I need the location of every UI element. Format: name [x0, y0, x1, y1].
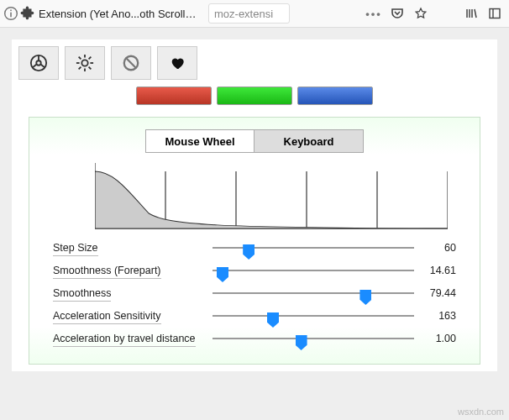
slider-row: Acceleration by travel distance1.00: [53, 333, 456, 347]
bookmark-star-icon[interactable]: [410, 3, 432, 24]
watermark: wsxdn.com: [458, 407, 504, 417]
library-icon[interactable]: [460, 3, 482, 24]
svg-point-7: [81, 60, 87, 66]
slider-value: 163: [414, 310, 456, 322]
color-row: [18, 87, 491, 105]
top-icon-row: [18, 46, 491, 80]
forbidden-icon-button[interactable]: [111, 46, 151, 80]
slider-row: Acceleration Sensitivity163: [53, 310, 456, 324]
svg-line-13: [89, 67, 92, 70]
extension-panel: Mouse Wheel Keyboard Step Size60Smoothne…: [12, 39, 497, 371]
slider-thumb[interactable]: [243, 244, 254, 260]
svg-rect-3: [490, 9, 500, 18]
slider-thumb[interactable]: [267, 312, 279, 328]
svg-rect-2: [10, 10, 12, 12]
slider-thumb[interactable]: [217, 267, 228, 282]
settings-tabs: Mouse Wheel Keyboard: [53, 129, 456, 153]
slider-track[interactable]: [213, 242, 414, 249]
slider-value: 1.00: [414, 333, 456, 344]
info-icon[interactable]: [3, 6, 18, 21]
settings-box: Mouse Wheel Keyboard Step Size60Smoothne…: [29, 117, 480, 365]
svg-line-12: [79, 57, 81, 60]
svg-line-17: [126, 58, 136, 68]
color-button-green[interactable]: [217, 87, 292, 105]
wheel-icon-button[interactable]: [18, 46, 59, 80]
slider-row: Smoothness (Forepart)14.61: [53, 265, 456, 279]
content-area: Mouse Wheel Keyboard Step Size60Smoothne…: [0, 28, 509, 420]
browser-toolbar: Extension (Yet Ano...oth Scrolling WE) m…: [0, 0, 509, 28]
slider-row: Step Size60: [53, 242, 456, 256]
svg-rect-1: [10, 13, 12, 18]
tab-keyboard[interactable]: Keyboard: [254, 129, 364, 153]
slider-track[interactable]: [213, 310, 414, 317]
slider-label: Smoothness (Forepart): [53, 265, 213, 279]
curve-chart: [95, 163, 448, 230]
heart-icon-button[interactable]: [157, 46, 197, 80]
slider-track[interactable]: [213, 287, 414, 294]
tab-mouse-wheel[interactable]: Mouse Wheel: [145, 129, 254, 153]
slider-thumb[interactable]: [296, 335, 307, 350]
sliders-container: Step Size60Smoothness (Forepart)14.61Smo…: [53, 242, 456, 347]
slider-value: 14.61: [414, 265, 456, 276]
slider-thumb[interactable]: [359, 290, 371, 305]
slider-label: Acceleration Sensitivity: [53, 310, 213, 324]
extension-icon: [20, 6, 35, 21]
more-icon[interactable]: •••: [363, 3, 385, 24]
tab-title: Extension (Yet Ano...oth Scrolling WE): [39, 8, 198, 20]
color-button-blue[interactable]: [297, 87, 373, 105]
svg-point-6: [36, 60, 41, 66]
slider-value: 60: [414, 242, 456, 254]
url-bar[interactable]: moz-extensi: [208, 3, 290, 24]
gear-icon-button[interactable]: [65, 46, 105, 80]
slider-label: Smoothness: [53, 287, 213, 302]
slider-value: 79.44: [414, 287, 456, 299]
url-text: moz-extensi: [214, 8, 273, 20]
slider-label: Acceleration by travel distance: [53, 333, 213, 347]
sidebar-icon[interactable]: [484, 3, 506, 24]
slider-track[interactable]: [213, 265, 414, 271]
svg-line-15: [89, 57, 92, 60]
color-button-red[interactable]: [136, 87, 212, 105]
pocket-icon[interactable]: [386, 3, 408, 24]
svg-line-14: [79, 67, 81, 70]
slider-label: Step Size: [53, 242, 213, 256]
slider-row: Smoothness79.44: [53, 287, 456, 302]
slider-track[interactable]: [213, 333, 414, 339]
